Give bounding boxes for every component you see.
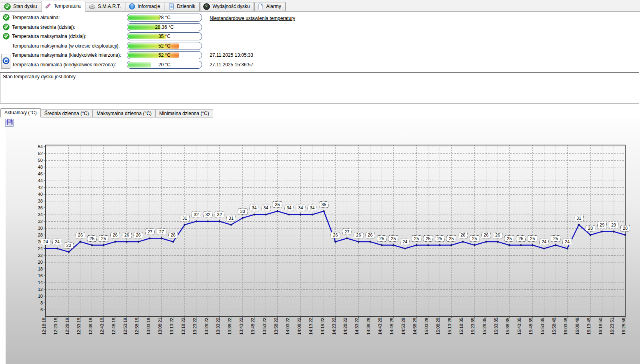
data-point-label: 27 — [159, 229, 164, 234]
data-point-label: 32 — [206, 212, 210, 217]
x-tick-label: 15:23:35 — [470, 318, 475, 335]
x-tick-label: 14:43:29 — [378, 318, 382, 335]
y-tick-label: 24 — [38, 246, 43, 251]
data-point — [369, 241, 371, 243]
x-tick-label: 15:28:35 — [482, 318, 487, 335]
temperature-value: 52 °C — [127, 42, 202, 50]
x-tick-label: 14:33:22 — [354, 318, 359, 335]
chart-tab-daily-maximum[interactable]: Maksymalna dzienna (°C) — [92, 109, 156, 117]
x-tick-label: 13:03:19 — [146, 318, 151, 335]
save-chart-button[interactable] — [5, 119, 14, 127]
tab-alarmy[interactable]: Alarmy — [254, 2, 285, 11]
data-point — [380, 244, 383, 246]
data-point — [612, 230, 615, 233]
temperature-date: 27.11.2025 13:05:33 — [210, 52, 253, 58]
temperature-chart-panel: 5452504846444240383634323028262422201816… — [6, 118, 640, 364]
data-point — [404, 247, 406, 250]
chart-tab-current[interactable]: Aktualna/y (°C) — [0, 108, 41, 117]
data-point-label: 25 — [437, 236, 442, 241]
tab-temperatura[interactable]: Temperatura — [42, 1, 85, 12]
tab-s-m-a-r-t-[interactable]: S.M.A.R.T. — [86, 2, 125, 11]
x-tick-label: 15:18:35 — [459, 318, 464, 335]
x-tick-label: 14:38:29 — [366, 318, 371, 335]
data-point-label: 25 — [518, 236, 523, 241]
y-tick-label: 22 — [38, 253, 43, 258]
tab-label: S.M.A.R.T. — [98, 4, 121, 9]
data-point — [543, 247, 545, 250]
temperature-gauge-bar: 28,36 °C — [127, 23, 202, 31]
data-point-label: 25 — [414, 236, 419, 241]
y-tick-label: 30 — [38, 226, 43, 231]
temperature-row: Temperatura średnia (dzisiaj):28,36 °C — [0, 23, 640, 32]
save-icon — [6, 119, 13, 127]
y-tick-label: 52 — [38, 151, 43, 156]
data-point-label: 34 — [263, 205, 268, 210]
data-point-label: 26 — [78, 233, 83, 237]
x-tick-label: 12:28:19 — [65, 318, 70, 335]
reset-max-temperature-button[interactable] — [1, 54, 10, 69]
data-point-label: 32 — [194, 212, 199, 217]
tab-stan-dysku[interactable]: Stan dysku — [1, 2, 41, 11]
data-point — [554, 244, 557, 246]
data-point — [346, 237, 348, 239]
temperature-row-label: Temperatura maksymalna (kiedykolwiek mie… — [12, 52, 121, 58]
tab-wydajność-dysku[interactable]: Wydajność dysku — [200, 2, 254, 11]
reset-icon — [2, 57, 10, 66]
data-point-label: 26 — [333, 233, 338, 237]
data-point — [207, 220, 209, 223]
data-point-label: 23 — [66, 243, 71, 248]
x-tick-label: 15:43:35 — [517, 318, 522, 335]
data-point-label: 26 — [124, 233, 129, 237]
data-point-label: 26 — [484, 233, 488, 237]
data-point-label: 26 — [495, 233, 500, 237]
data-point-label: 25 — [379, 236, 384, 241]
x-tick-label: 16:03:49 — [563, 318, 568, 335]
x-tick-label: 13:33:22 — [216, 318, 220, 335]
data-point — [218, 220, 221, 223]
data-point-label: 25 — [391, 236, 396, 241]
x-tick-label: 13:13:22 — [169, 318, 174, 335]
temperature-row: Temperatura maksymalna (dzisiaj):35 °C — [0, 32, 640, 41]
data-point-label: 31 — [182, 216, 187, 221]
alarms-icon — [258, 3, 264, 10]
data-point — [485, 241, 487, 243]
y-tick-label: 50 — [38, 158, 43, 163]
y-tick-label: 20 — [38, 260, 43, 265]
status-ok-icon — [3, 33, 10, 41]
tab-dziennik[interactable]: Dziennik — [165, 2, 200, 11]
data-point-label: 25 — [449, 236, 454, 241]
x-tick-label: 13:23:22 — [192, 318, 197, 335]
data-point — [462, 241, 464, 243]
data-point-label: 24 — [565, 239, 570, 244]
data-point-label: 34 — [252, 205, 257, 210]
data-point-label: 24 — [402, 239, 407, 244]
temperature-status-text: Stan temperatury dysku jest dobry. — [0, 72, 639, 103]
data-point-label: 34 — [310, 205, 314, 210]
temperature-value: 52 °C — [127, 52, 202, 59]
x-tick-label: 12:18:18 — [42, 318, 46, 335]
chart-tab-daily-minimum[interactable]: Minimalna dzienna (°C) — [155, 109, 213, 117]
y-tick-label: 32 — [38, 219, 43, 224]
smart-icon — [89, 3, 96, 10]
y-tick-label: 42 — [38, 185, 43, 190]
tab-informacje[interactable]: Informacje — [126, 2, 164, 11]
temperature-row-label: Temperatura maksymalna (dzisiaj): — [12, 34, 86, 39]
x-tick-label: 15:03:29 — [424, 318, 429, 335]
y-tick-label: 16 — [38, 273, 43, 278]
x-tick-label: 13:53:22 — [262, 318, 267, 335]
x-tick-label: 16:13:49 — [586, 318, 591, 335]
custom-temperature-settings-link[interactable]: Niestandardowe ustawienia temperatury — [210, 16, 295, 21]
temperature-summary: Temperatura aktualna:28 °CTemperatura śr… — [0, 13, 640, 71]
x-tick-label: 14:08:22 — [297, 318, 302, 335]
data-point-label: 25 — [472, 236, 477, 241]
data-point — [531, 244, 534, 246]
data-point — [102, 244, 105, 246]
data-point-label: 29 — [611, 223, 616, 227]
data-point-label: 24 — [43, 239, 48, 244]
data-point-label: 34 — [298, 205, 303, 210]
data-point-label: 27 — [148, 229, 152, 234]
data-point — [253, 213, 256, 216]
chart-tab-daily-average[interactable]: Średnia dzienna (°C) — [40, 109, 93, 117]
data-point-label: 26 — [368, 233, 372, 237]
data-point — [44, 247, 47, 250]
